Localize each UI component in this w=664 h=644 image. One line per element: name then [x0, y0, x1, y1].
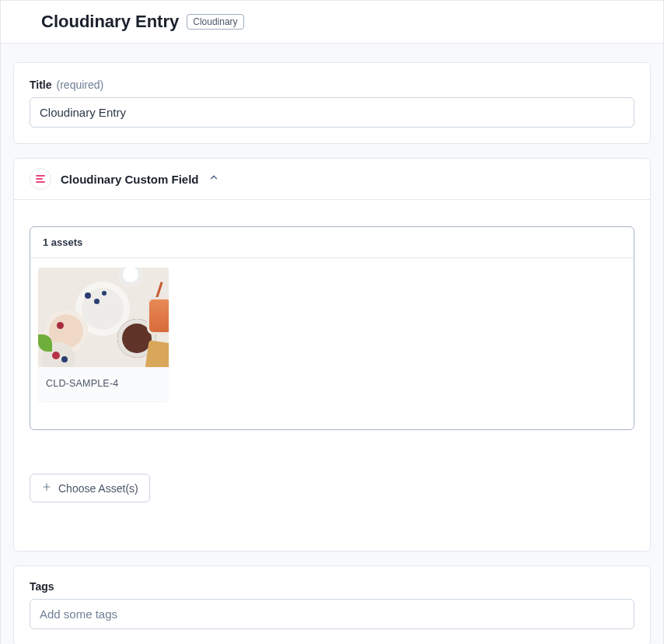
cloudinary-field-card: Cloudinary Custom Field 1 assets: [13, 158, 651, 551]
page-header: Cloudinary Entry Cloudinary: [1, 1, 663, 44]
chevron-up-icon: [208, 172, 219, 186]
content-type-badge: Cloudinary: [187, 14, 243, 30]
cloudinary-brand-icon: [30, 168, 51, 190]
assets-panel: 1 assets: [30, 226, 634, 430]
title-required-text: (required): [57, 79, 104, 91]
tags-input[interactable]: [30, 599, 634, 629]
choose-assets-label: Choose Asset(s): [58, 482, 138, 495]
tags-label: Tags: [30, 580, 54, 593]
plus-icon: [41, 481, 52, 495]
title-input[interactable]: [30, 97, 634, 128]
tags-field-card: Tags: [13, 565, 651, 644]
asset-name: CLD-SAMPLE-4: [38, 367, 169, 401]
title-field-card: Title (required): [13, 62, 651, 144]
choose-assets-button[interactable]: Choose Asset(s): [30, 474, 150, 502]
assets-count: 1 assets: [30, 227, 634, 258]
section-header-toggle[interactable]: Cloudinary Custom Field: [14, 159, 650, 200]
asset-card[interactable]: CLD-SAMPLE-4: [38, 268, 169, 401]
section-title: Cloudinary Custom Field: [61, 173, 199, 186]
asset-thumbnail: [38, 268, 169, 367]
page-title: Cloudinary Entry: [41, 12, 179, 32]
title-label: Title: [30, 79, 52, 91]
